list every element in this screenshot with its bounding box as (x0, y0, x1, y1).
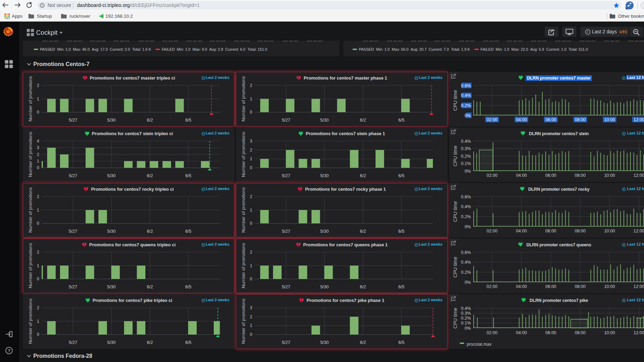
svg-text:6/2: 6/2 (147, 229, 153, 234)
svg-text:6/5: 6/5 (398, 340, 404, 345)
svg-text:2: 2 (250, 148, 252, 153)
svg-text:06:00: 06:00 (545, 284, 556, 289)
svg-text:6/5: 6/5 (185, 118, 191, 123)
svg-text:6/2: 6/2 (147, 173, 153, 178)
svg-text:5/30: 5/30 (107, 173, 116, 178)
svg-text:6/5: 6/5 (185, 285, 191, 289)
svg-text:08:00: 08:00 (575, 330, 585, 335)
svg-text:0.1%: 0.1% (461, 321, 471, 326)
svg-text:5/27: 5/27 (282, 229, 290, 234)
svg-text:0.6%: 0.6% (461, 250, 471, 255)
svg-text:0: 0 (250, 332, 252, 337)
svg-text:5/27: 5/27 (69, 285, 77, 289)
svg-text:12:00: 12:00 (634, 173, 644, 178)
svg-text:02:00: 02:00 (486, 117, 497, 122)
svg-text:Number of promotions: Number of promotions (28, 187, 33, 233)
svg-text:Number of promotions: Number of promotions (241, 76, 246, 122)
svg-text:12:00: 12:00 (634, 284, 644, 289)
svg-text:Number of promotions: Number of promotions (28, 298, 33, 344)
svg-text:08:00: 08:00 (575, 173, 585, 178)
svg-text:Number of promotions: Number of promotions (28, 132, 33, 177)
svg-text:06:00: 06:00 (545, 330, 556, 335)
svg-text:04:00: 04:00 (516, 173, 527, 178)
svg-text:0%: 0% (465, 224, 471, 229)
svg-text:2: 2 (37, 152, 39, 157)
svg-text:5/30: 5/30 (320, 340, 329, 345)
svg-text:5/27: 5/27 (282, 285, 290, 289)
svg-text:0: 0 (37, 165, 39, 170)
svg-text:2: 2 (250, 194, 252, 199)
svg-text:1: 1 (37, 319, 39, 324)
svg-text:3: 3 (250, 305, 252, 310)
svg-text:0.4%: 0.4% (461, 93, 471, 98)
svg-text:0: 0 (250, 221, 252, 226)
svg-text:6/5: 6/5 (185, 173, 191, 178)
svg-text:5/30: 5/30 (107, 340, 116, 345)
svg-text:1: 1 (37, 208, 39, 213)
svg-text:5/27: 5/27 (69, 118, 77, 123)
svg-text:Number of promotions: Number of promotions (28, 243, 33, 288)
svg-text:Number of promotions: Number of promotions (241, 187, 246, 233)
svg-text:1: 1 (250, 156, 252, 161)
svg-text:4: 4 (37, 139, 39, 143)
svg-text:04:00: 04:00 (516, 330, 527, 335)
svg-text:Number of promotions: Number of promotions (241, 243, 246, 288)
svg-text:0: 0 (37, 332, 39, 337)
svg-text:0: 0 (250, 165, 252, 170)
svg-text:3: 3 (250, 139, 252, 143)
svg-text:2: 2 (250, 83, 252, 88)
svg-text:6/5: 6/5 (398, 118, 404, 123)
svg-text:08:00: 08:00 (575, 229, 585, 233)
svg-text:0: 0 (250, 110, 252, 115)
svg-text:0.6%: 0.6% (461, 195, 471, 199)
svg-text:0%: 0% (465, 326, 471, 331)
svg-text:0.2%: 0.2% (461, 214, 471, 219)
svg-text:0: 0 (37, 277, 39, 281)
svg-text:10:00: 10:00 (604, 117, 615, 122)
svg-text:0%: 0% (465, 280, 471, 285)
svg-text:02:00: 02:00 (486, 229, 497, 233)
svg-text:5/27: 5/27 (69, 229, 77, 234)
svg-text:2: 2 (37, 305, 39, 310)
svg-text:6/2: 6/2 (360, 118, 366, 123)
svg-text:2: 2 (250, 314, 252, 319)
svg-text:2: 2 (37, 83, 39, 88)
svg-text:12:00: 12:00 (634, 330, 644, 335)
svg-text:1: 1 (250, 263, 252, 268)
svg-text:0.4%: 0.4% (461, 306, 471, 311)
svg-text:06:00: 06:00 (545, 173, 556, 178)
svg-text:6/5: 6/5 (398, 173, 404, 178)
svg-text:5/30: 5/30 (320, 285, 329, 289)
svg-text:02:00: 02:00 (486, 284, 497, 289)
svg-text:1: 1 (250, 323, 252, 328)
svg-text:6/5: 6/5 (185, 229, 191, 234)
svg-text:08:00: 08:00 (575, 284, 585, 289)
svg-text:6/5: 6/5 (398, 229, 404, 234)
svg-text:0.2%: 0.2% (461, 270, 471, 275)
svg-text:06:00: 06:00 (545, 117, 556, 122)
svg-text:0.1%: 0.1% (461, 161, 471, 166)
svg-text:1: 1 (250, 208, 252, 213)
svg-text:0: 0 (250, 277, 252, 281)
svg-text:10:00: 10:00 (604, 173, 615, 178)
svg-text:2: 2 (250, 250, 252, 255)
svg-text:6/2: 6/2 (147, 118, 153, 123)
svg-text:1: 1 (37, 159, 39, 164)
svg-text:procstat.max: procstat.max (467, 342, 492, 347)
svg-text:0.2%: 0.2% (461, 316, 471, 321)
svg-text:5/30: 5/30 (107, 285, 116, 289)
svg-text:0.4%: 0.4% (461, 139, 471, 144)
svg-text:04:00: 04:00 (516, 117, 527, 122)
svg-text:04:00: 04:00 (516, 229, 527, 233)
svg-text:5/27: 5/27 (69, 173, 77, 178)
svg-text:2: 2 (37, 250, 39, 255)
svg-text:0: 0 (37, 221, 39, 226)
svg-text:0: 0 (37, 110, 39, 115)
svg-text:6/2: 6/2 (360, 340, 366, 345)
svg-text:6/2: 6/2 (360, 285, 366, 289)
svg-text:08:00: 08:00 (575, 117, 585, 122)
svg-text:1: 1 (250, 97, 252, 101)
svg-text:0.4%: 0.4% (461, 260, 471, 265)
svg-text:5/30: 5/30 (320, 118, 329, 123)
svg-text:10:00: 10:00 (604, 330, 615, 335)
